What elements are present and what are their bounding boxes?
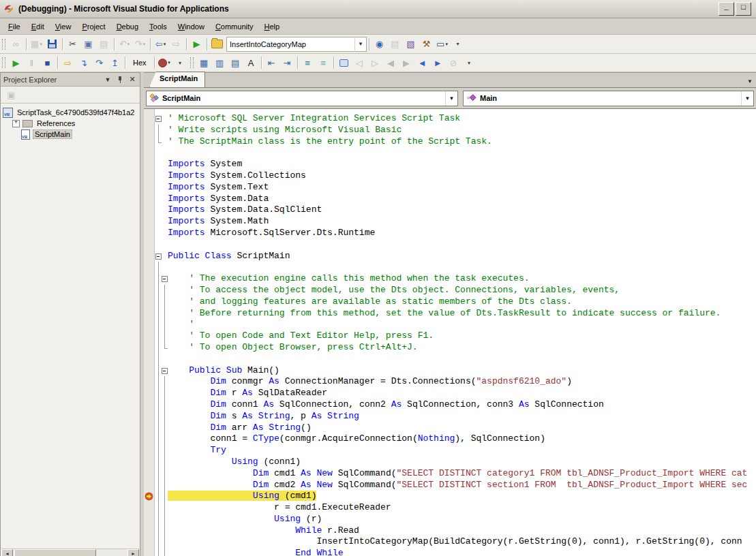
stop-icon[interactable]: ■ — [40, 56, 55, 70]
code-token: As — [269, 376, 284, 386]
menu-project[interactable]: Project — [76, 20, 110, 33]
tab-scriptmain[interactable]: ScriptMain — [149, 72, 205, 87]
toolbar-grip[interactable] — [2, 39, 5, 50]
fold-collapse-icon[interactable] — [162, 365, 168, 377]
dropdown-arrow-icon[interactable]: ▾ — [445, 42, 448, 47]
breakpoints-icon[interactable]: ▾ — [157, 56, 172, 70]
dropdown-arrow-icon[interactable]: ▾ — [143, 42, 146, 47]
toolbar-grip[interactable] — [190, 57, 194, 68]
horizontal-scrollbar[interactable]: ◄ ► — [1, 549, 139, 556]
dropdown-arrow-icon[interactable]: ▾ — [168, 60, 170, 65]
code-line — [144, 147, 756, 159]
chevron-down-icon[interactable]: ▼ — [103, 75, 112, 84]
step-over-icon[interactable]: ↷ — [91, 56, 107, 70]
dropdown-arrow-icon[interactable]: ▾ — [40, 42, 42, 47]
quick-info-icon[interactable]: ▤ — [228, 56, 243, 70]
menu-file[interactable]: File — [3, 20, 26, 33]
code-line: Imports System.Math — [144, 216, 756, 228]
save-icon[interactable] — [44, 37, 60, 51]
toolbar-overflow-icon[interactable]: ▾ — [462, 56, 477, 70]
step-out-icon[interactable]: ↥ — [107, 56, 123, 70]
code-token: Dim — [210, 422, 231, 433]
expand-icon[interactable]: + — [12, 120, 20, 127]
start-icon[interactable]: ▶ — [189, 37, 205, 51]
code-token: ' Write scripts using Microsoft Visual B… — [168, 125, 402, 135]
tree-item-label: References — [35, 119, 76, 127]
fold-collapse-icon[interactable] — [155, 251, 162, 262]
open-file-icon[interactable] — [209, 37, 225, 51]
scroll-thumb[interactable] — [14, 549, 96, 556]
toolbar-overflow-icon[interactable]: ▾ — [172, 56, 188, 70]
code-area[interactable]: ' Microsoft SQL Server Integration Servi… — [144, 109, 756, 556]
parameter-info-icon[interactable]: ▥ — [212, 56, 228, 70]
scroll-right-icon[interactable]: ► — [127, 549, 139, 556]
hex-button[interactable]: Hex — [129, 57, 151, 68]
document-list-icon[interactable]: ▼ — [747, 78, 753, 84]
toolbar-grip[interactable] — [2, 57, 5, 68]
class-icon — [149, 93, 160, 103]
dropdown-arrow-icon[interactable]: ▾ — [127, 42, 130, 47]
find-in-files-icon[interactable]: ◉ — [372, 37, 387, 51]
fold-collapse-icon[interactable] — [155, 113, 162, 125]
menu-bar: FileEditViewProjectDebugToolsWindowCommu… — [0, 18, 756, 35]
minimize-button[interactable]: _ — [719, 2, 734, 16]
code-token: Imports — [168, 194, 205, 204]
clear-bookmarks-icon: ⊘ — [446, 56, 462, 70]
step-into-icon[interactable]: ↴ — [76, 56, 91, 70]
toggle-bookmark-icon[interactable] — [336, 56, 352, 70]
task-combo[interactable]: InsertIntoCategoryMap ▼ — [226, 37, 367, 52]
copy-icon[interactable]: ▣ — [80, 37, 96, 51]
tree-item-scripttask-project[interactable]: ScriptTask_6c4790d539fd47f4b1a2 — [1, 107, 140, 118]
menu-tools[interactable]: Tools — [144, 20, 172, 33]
dropdown-arrow-icon[interactable]: ▾ — [164, 42, 166, 47]
code-token: System.Data.SqlClient — [205, 204, 322, 215]
code-token: SqlConnection, conn2 — [279, 399, 391, 410]
maximize-button[interactable]: □ — [736, 2, 751, 16]
panel-title: Project Explorer — [3, 76, 100, 84]
code-token: ' The ScriptMain class is the entry poin… — [168, 136, 492, 146]
pause-icon: ‖ — [24, 56, 40, 70]
object-browser-icon[interactable]: ▧ — [403, 37, 419, 51]
project-explorer-header[interactable]: Project Explorer ▼ ✕ — [1, 73, 140, 87]
navigate-backward-icon[interactable]: ⇦▾ — [153, 37, 168, 51]
menu-help[interactable]: Help — [259, 20, 286, 33]
menu-edit[interactable]: Edit — [26, 20, 50, 33]
chevron-down-icon[interactable]: ▼ — [445, 91, 457, 106]
cut-icon[interactable]: ✂ — [65, 37, 80, 51]
toolbox-icon[interactable]: ⚒ — [419, 37, 434, 51]
chevron-down-icon[interactable]: ▼ — [741, 91, 753, 106]
comment-icon[interactable]: ≡ — [300, 56, 316, 70]
navigate-forward-icon: ⇨ — [172, 39, 180, 49]
menu-view[interactable]: View — [50, 20, 77, 33]
show-next-statement-icon[interactable]: ⇨ — [60, 56, 76, 70]
pin-icon[interactable] — [115, 75, 125, 84]
step-into-icon: ↴ — [80, 58, 87, 68]
tree-item-scriptmain[interactable]: ScriptMain — [1, 129, 140, 140]
method-combo[interactable]: Main ▼ — [463, 91, 754, 106]
menu-window[interactable]: Window — [172, 20, 210, 33]
toolbar-overflow-icon[interactable]: ▾ — [450, 37, 466, 51]
close-icon[interactable]: ✕ — [127, 75, 137, 84]
scroll-left-icon[interactable]: ◄ — [1, 549, 13, 556]
chevron-down-icon[interactable]: ▼ — [354, 38, 366, 50]
code-line: Dim conn1 As SqlConnection, conn2 As Sql… — [144, 399, 756, 411]
word-completion-icon[interactable]: A — [243, 56, 259, 70]
increase-indent-icon[interactable]: ⇥ — [279, 56, 295, 70]
fold-collapse-icon[interactable] — [162, 273, 168, 285]
uncomment-icon[interactable]: ≡ — [316, 56, 331, 70]
menu-debug[interactable]: Debug — [111, 20, 144, 33]
decrease-indent-icon[interactable]: ⇤ — [264, 56, 279, 70]
tree-item-references[interactable]: +References — [1, 118, 140, 129]
code-line: ' — [144, 319, 756, 330]
continue-icon[interactable]: ▶ — [8, 56, 24, 70]
menu-community[interactable]: Community — [210, 20, 259, 33]
clear-bookmarks-icon: ⊘ — [450, 58, 457, 68]
code-line: ' To open Object Browser, press Ctrl+Alt… — [144, 342, 756, 354]
prev-bookmark-doc-icon[interactable]: ◄ — [414, 56, 430, 70]
code-token: SqlCommand( — [338, 480, 397, 490]
class-combo[interactable]: ScriptMain ▼ — [146, 91, 458, 106]
code-line: Dim conmgr As ConnectionManager = Dts.Co… — [144, 376, 756, 388]
member-list-icon[interactable]: ▦ — [196, 56, 212, 70]
next-bookmark-doc-icon[interactable]: ► — [430, 56, 446, 70]
command-window-icon[interactable]: ▭▾ — [434, 37, 450, 51]
